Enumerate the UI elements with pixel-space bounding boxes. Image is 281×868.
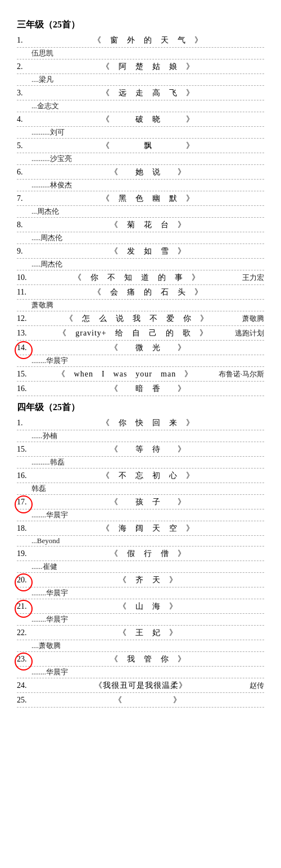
song-title: 《 孩 子 》 [31, 497, 264, 507]
artist-name: 布鲁诺·马尔斯 [219, 369, 264, 379]
song-number: 12. [17, 314, 31, 323]
song-row: 17.《 孩 子 》 [17, 495, 264, 509]
song-row: 1.《 你 快 回 来 》 [17, 416, 264, 430]
artist-name: 萧敬腾 [242, 314, 264, 324]
song-number: 24. [17, 681, 31, 690]
song-title: 《 阿 楚 姑 娘 》 [31, 62, 264, 72]
artist-row: ........华晨宇 [17, 355, 264, 367]
song-number: 14. [17, 343, 31, 352]
song-number: 4. [17, 115, 31, 124]
song-row: 16.《 暗 香 》 [17, 382, 264, 396]
song-number: 19. [17, 549, 31, 558]
song-number: 10. [17, 273, 31, 282]
song-row: 20.《 齐 天 》 [17, 573, 264, 587]
song-title: 《 远 走 高 飞 》 [31, 88, 264, 98]
song-title: 《 破 晓 》 [31, 114, 264, 125]
song-number: 6. [17, 168, 31, 177]
song-number: 8. [17, 221, 31, 229]
song-title: 《 暗 香 》 [31, 384, 264, 394]
artist-row: ..........刘可 [17, 127, 264, 139]
song-title: 《 海 阔 天 空 》 [31, 523, 264, 534]
song-title: 《 窗 外 的 天 气 》 [31, 35, 264, 45]
song-row: 5.《 飘 》 [17, 139, 264, 153]
song-row: 19.《 假 行 僧 》 [17, 546, 264, 561]
artist-row: ......崔健 [17, 561, 264, 573]
song-title: 《 黑 色 幽 默 》 [31, 194, 264, 204]
song-title: 《 when I was your man 》 [31, 369, 219, 379]
song-title: 《 菊 花 台 》 [31, 220, 264, 230]
artist-row: ....梁凡 [17, 74, 264, 86]
song-number: 13. [17, 329, 31, 338]
song-number: 5. [17, 141, 31, 150]
song-title: 《 》 [31, 695, 264, 705]
song-row: 21.《 山 海 》 [17, 599, 264, 614]
song-title: 《 怎 么 说 我 不 爱 你 》 [31, 314, 242, 324]
song-number: 15. [17, 370, 31, 379]
song-row: 12.《 怎 么 说 我 不 爱 你 》萧敬腾 [17, 311, 264, 326]
artist-row: ..........林俊杰 [17, 180, 264, 191]
song-number: 25. [17, 696, 31, 705]
song-title: 《 你 快 回 来 》 [31, 418, 264, 428]
song-row: 1.《 窗 外 的 天 气 》 [17, 33, 264, 48]
song-title: 《 飘 》 [31, 141, 264, 151]
song-row: 9.《 发 如 雪 》 [17, 244, 264, 259]
artist-row: ........华晨宇 [17, 509, 264, 521]
artist-name: 赵传 [250, 681, 264, 691]
song-number: 2. [17, 62, 31, 71]
song-title: 《 等 待 》 [31, 444, 264, 454]
song-title: 《 王 妃 》 [31, 628, 264, 638]
song-row: 18.《 海 阔 天 空 》 [17, 521, 264, 536]
artist-row: ..........韩磊 [17, 457, 264, 469]
artist-row: ......孙楠 [17, 430, 264, 442]
song-number: 7. [17, 194, 31, 203]
artist-row: ....萧敬腾 [17, 640, 264, 652]
song-title: 《 齐 天 》 [31, 575, 264, 585]
song-number: 16. [17, 471, 31, 480]
song-title: 《 发 如 雪 》 [31, 246, 264, 256]
song-row: 23.《 我 管 你 》 [17, 652, 264, 667]
song-number: 11. [17, 288, 31, 297]
song-row: 16.《 不 忘 初 心 》 [17, 469, 264, 483]
song-number: 22. [17, 628, 31, 637]
song-title: 《 假 行 僧 》 [31, 549, 264, 559]
section-header: 四年级（25首） [17, 402, 264, 414]
artist-row: ........华晨宇 [17, 587, 264, 599]
artist-row: .....周杰伦 [17, 259, 264, 270]
song-title: 《 山 海 》 [31, 601, 264, 612]
song-number: 3. [17, 89, 31, 98]
artist-row: ...金志文 [17, 100, 264, 112]
song-row: 6.《 她 说 》 [17, 165, 264, 180]
artist-row: 萧敬腾 [17, 300, 264, 311]
artist-row: ...Beyond [17, 536, 264, 546]
artist-row: ...周杰伦 [17, 206, 264, 218]
song-title: 《 微 光 》 [31, 343, 264, 353]
song-number: 15. [17, 445, 31, 454]
artist-row: ........华晨宇 [17, 667, 264, 678]
song-row: 10.《 你 不 知 道 的 事 》王力宏 [17, 270, 264, 285]
song-row: 24.《我很丑可是我很温柔》赵传 [17, 678, 264, 693]
song-title: 《 她 说 》 [31, 167, 264, 177]
artist-name: 逃跑计划 [235, 328, 264, 338]
song-title: 《 你 不 知 道 的 事 》 [31, 273, 242, 283]
song-number: 17. [17, 498, 31, 507]
song-row: 25.《 》 [17, 693, 264, 708]
artist-row: ........华晨宇 [17, 614, 264, 626]
song-row: 22.《 王 妃 》 [17, 626, 264, 640]
song-number: 23. [17, 655, 31, 664]
song-row: 7.《 黑 色 幽 默 》 [17, 191, 264, 206]
song-title: 《我很丑可是我很温柔》 [31, 681, 250, 691]
song-row: 2.《 阿 楚 姑 娘 》 [17, 59, 264, 74]
song-row: 8.《 菊 花 台 》 [17, 218, 264, 232]
section-header: 三年级（25首） [17, 19, 264, 31]
song-title: 《 不 忘 初 心 》 [31, 471, 264, 481]
song-number: 9. [17, 247, 31, 256]
song-number: 20. [17, 576, 31, 585]
artist-row: ..........沙宝亮 [17, 153, 264, 165]
song-number: 16. [17, 384, 31, 393]
song-title: 《 我 管 你 》 [31, 654, 264, 664]
song-number: 1. [17, 36, 31, 45]
song-title: 《 会 痛 的 石 头 》 [31, 287, 264, 297]
artist-row: 韩磊 [17, 483, 264, 495]
song-row: 4.《 破 晓 》 [17, 112, 264, 127]
song-title: 《 gravity+ 给 自 己 的 歌 》 [31, 328, 235, 338]
